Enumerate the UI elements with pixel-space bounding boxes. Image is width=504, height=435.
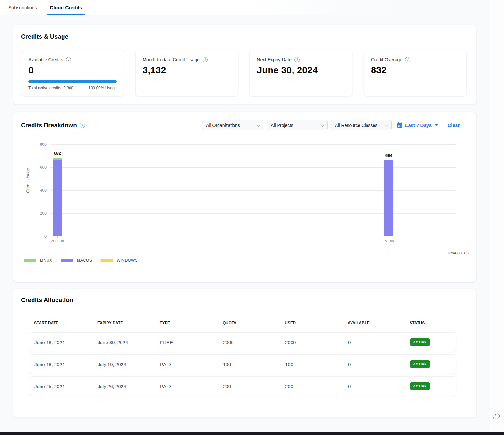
col-available: AVAILABLE	[348, 321, 410, 325]
right-gutter	[491, 0, 504, 432]
status-badge: ACTIVE	[410, 360, 430, 368]
caret-down-icon	[435, 124, 438, 126]
info-icon[interactable]: i	[294, 57, 300, 62]
gridline	[50, 213, 456, 214]
credit-overage-value: 832	[371, 65, 459, 76]
available-credits-card: Available Credits i 0 Total active credi…	[21, 50, 124, 96]
next-expiry-value: June 30, 2024	[257, 65, 345, 76]
legend-item-linux[interactable]: LINUX	[24, 258, 52, 262]
col-status: STATUS	[410, 321, 451, 325]
chat-support-button[interactable]	[491, 411, 502, 422]
bar-segment-linux	[53, 158, 62, 160]
y-axis-tick: 800	[35, 142, 47, 147]
col-start-date: START DATE	[34, 321, 97, 325]
y-axis-tick: 200	[35, 211, 47, 216]
col-quota: QUOTA	[223, 321, 285, 325]
gridline	[50, 144, 456, 145]
chevron-down-icon	[385, 123, 389, 126]
x-axis-tick	[389, 236, 389, 238]
credits-breakdown-section: Credits Breakdown i All Organizations Al…	[13, 112, 477, 282]
resource-classes-dropdown[interactable]: All Resource Classes	[331, 120, 392, 130]
col-used: USED	[285, 321, 348, 325]
info-icon[interactable]: i	[66, 57, 71, 62]
info-icon[interactable]: i	[203, 57, 208, 62]
col-expiry-date: EXPIRY DATE	[97, 321, 160, 325]
status-badge: ACTIVE	[410, 382, 430, 390]
next-expiry-card: Next Expiry Date i June 30, 2024	[249, 50, 352, 96]
chevron-down-icon	[321, 123, 324, 126]
chevron-down-icon	[257, 123, 260, 126]
tab-subscriptions[interactable]: Subscriptions	[7, 0, 38, 15]
x-axis-title: Time (UTC)	[447, 251, 469, 255]
legend-item-macos[interactable]: MACOS	[61, 258, 92, 262]
date-range-picker[interactable]: Last 7 Days	[397, 122, 438, 128]
table-header-row: START DATE EXPIRY DATE TYPE QUOTA USED A…	[29, 321, 456, 325]
credits-breakdown-title: Credits Breakdown	[21, 122, 77, 129]
credits-progress-bar	[28, 80, 117, 83]
mtd-usage-card: Month-to-date Credit Usage i 3,132	[135, 50, 238, 96]
tab-cloud-credits[interactable]: Cloud Credits	[47, 0, 85, 15]
credit-overage-card: Credit Overage i 832	[364, 50, 467, 96]
chart-legend: LINUX MACOS WINDOWS	[24, 258, 146, 262]
bottom-bar	[0, 432, 504, 435]
credits-allocation-title: Credits Allocation	[21, 297, 469, 304]
chart-bar[interactable]	[53, 158, 62, 236]
gridline	[50, 190, 456, 191]
table-row[interactable]: June 18, 2024 June 30, 2024 FREE 2000 20…	[29, 332, 456, 352]
windows-swatch	[100, 259, 113, 262]
x-axis-label: 20. Jun	[45, 239, 70, 243]
legend-item-windows[interactable]: WINDOWS	[100, 258, 138, 262]
date-range-label: Last 7 Days	[405, 122, 432, 128]
mtd-usage-label: Month-to-date Credit Usage	[143, 57, 200, 62]
y-axis-tick: 600	[35, 165, 47, 170]
projects-dropdown[interactable]: All Projects	[267, 120, 328, 130]
y-axis-tick: 400	[35, 188, 47, 193]
y-axis-title: Credit Usage	[26, 145, 30, 193]
col-type: TYPE	[160, 321, 223, 325]
chat-bubbles-icon	[492, 412, 501, 421]
gridline	[50, 167, 456, 168]
linux-swatch	[24, 259, 36, 262]
organizations-dropdown[interactable]: All Organizations	[202, 120, 263, 130]
bar-segment-macos	[53, 160, 62, 236]
bar-value-label: 682	[47, 151, 68, 156]
credits-usage-section: Credits & Usage Available Credits i 0 To…	[13, 25, 477, 105]
mtd-usage-value: 3,132	[143, 65, 231, 76]
tab-bar: Subscriptions Cloud Credits	[0, 0, 490, 15]
clear-filters-button[interactable]: Clear	[448, 122, 460, 128]
chart-bar[interactable]	[384, 160, 393, 236]
available-credits-label: Available Credits	[28, 57, 63, 62]
info-icon[interactable]: i	[80, 123, 85, 128]
available-credits-value: 0	[28, 65, 117, 76]
credits-allocation-table: START DATE EXPIRY DATE TYPE QUOTA USED A…	[29, 321, 456, 396]
credit-overage-label: Credit Overage	[371, 57, 402, 62]
bar-value-label: 664	[379, 153, 399, 158]
table-row[interactable]: June 25, 2024 July 26, 2024 PAID 200 200…	[29, 376, 456, 396]
main-content-area: Subscriptions Cloud Credits Credits & Us…	[0, 0, 490, 432]
calendar-icon	[397, 122, 403, 128]
credits-usage-title: Credits & Usage	[21, 33, 469, 40]
info-icon[interactable]: i	[405, 57, 410, 62]
table-row[interactable]: June 18, 2024 July 19, 2024 PAID 100 100…	[29, 354, 456, 374]
status-badge: ACTIVE	[410, 338, 430, 346]
chart-plot: Credit Usage 020040060080068220. Jun6642…	[50, 144, 456, 236]
macos-swatch	[61, 259, 73, 262]
usage-percent: 100.00% Usage	[88, 86, 117, 90]
x-axis-label: 25. Jun	[376, 239, 402, 243]
bar-segment-macos	[384, 160, 393, 236]
credit-usage-chart: Credit Usage 020040060080068220. Jun6642…	[21, 130, 469, 275]
next-expiry-label: Next Expiry Date	[257, 57, 292, 62]
y-axis-tick: 0	[35, 234, 47, 239]
x-axis-tick	[57, 236, 58, 238]
total-active-credits: Total active credits: 2,300	[28, 86, 73, 90]
credits-allocation-section: Credits Allocation START DATE EXPIRY DAT…	[13, 289, 477, 418]
